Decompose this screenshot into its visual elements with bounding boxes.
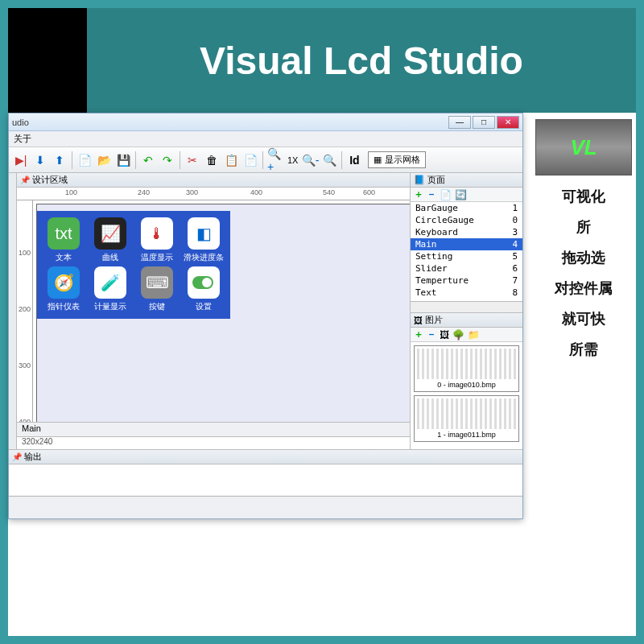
grid-icon: ▦ bbox=[374, 155, 382, 165]
images-icon: 🖼 bbox=[414, 316, 423, 325]
image-tool2-icon[interactable]: 🌳 bbox=[452, 329, 464, 341]
image-thumbnails[interactable]: 0 - image010.bmp1 - image011.bmp bbox=[411, 342, 522, 449]
promo-text: 所 bbox=[531, 217, 636, 237]
toolbar-new-icon[interactable]: 📄 bbox=[76, 151, 93, 169]
promo-sidebar: VL 可视化 所 拖动选 对控件属 就可快 所需 bbox=[531, 119, 636, 370]
images-panel-title: 图片 bbox=[425, 314, 443, 326]
toolbar-zoom-fit-icon[interactable]: 🔍 bbox=[320, 151, 338, 169]
toolbar-save-icon[interactable]: 💾 bbox=[114, 151, 132, 169]
canvas-viewport[interactable]: 100 200 300 400 txt文本📈曲线🌡温度显示◧滑块进度条🧭指针仪表… bbox=[17, 200, 410, 422]
canvas-tab[interactable]: Main bbox=[17, 422, 410, 436]
window-minimize-button[interactable]: — bbox=[448, 116, 471, 129]
image-add-button[interactable]: ＋ bbox=[414, 328, 423, 341]
top-left-black-box bbox=[8, 8, 87, 113]
window-bottom-scrollbar[interactable] bbox=[9, 496, 522, 518]
page-add-button[interactable]: ＋ bbox=[414, 188, 423, 201]
toolbar-id-icon[interactable]: Id bbox=[345, 151, 363, 169]
banner-title: Visual Lcd Studio bbox=[200, 39, 523, 83]
promo-text: 就可快 bbox=[531, 309, 636, 328]
image-tool3-icon[interactable]: 📁 bbox=[468, 329, 480, 341]
canvas-app-icon[interactable]: 🌡温度显示 bbox=[135, 217, 179, 263]
design-panel-header: 📌 设计区域 bbox=[17, 173, 410, 188]
page-list-row[interactable]: Text8 bbox=[411, 287, 522, 299]
page-list-row[interactable]: Keyboard3 bbox=[411, 226, 522, 238]
toolbar-undo-icon[interactable]: ↶ bbox=[139, 151, 157, 169]
page-refresh-icon[interactable]: 🔄 bbox=[455, 189, 467, 200]
page-list-row[interactable]: Slider6 bbox=[411, 262, 522, 275]
promo-logo: VL bbox=[535, 119, 632, 175]
toolbar-zoom-in-icon[interactable]: 🔍+ bbox=[266, 151, 284, 169]
pages-scrollbar[interactable] bbox=[411, 301, 522, 312]
left-toolbox-strip[interactable] bbox=[9, 173, 17, 449]
output-panel-header: 📌 输出 bbox=[9, 450, 522, 464]
app-window: udio — □ ✕ 关于 ▶| ⬇ ⬆ 📄 📂 💾 ↶ ↷ ✂ 🗑 📋 📄 🔍… bbox=[8, 113, 523, 519]
pin-icon[interactable]: 📌 bbox=[20, 175, 30, 184]
design-panel-title: 设计区域 bbox=[32, 174, 68, 186]
canvas-app-icon[interactable]: txt文本 bbox=[42, 217, 85, 263]
promo-text: 对控件属 bbox=[531, 279, 636, 298]
toolbar-redo-icon[interactable]: ↷ bbox=[159, 151, 176, 169]
page-list-row[interactable]: BarGauge1 bbox=[411, 202, 522, 214]
canvas-app-icon[interactable]: 🧪计量显示 bbox=[89, 266, 132, 312]
images-panel-header: 🖼 图片 bbox=[411, 313, 522, 328]
page-delete-button[interactable]: － bbox=[427, 188, 436, 201]
canvas-app-menu: txt文本📈曲线🌡温度显示◧滑块进度条🧭指针仪表🧪计量显示⌨按键设置 bbox=[37, 211, 230, 319]
toolbar-paste-icon[interactable]: 📄 bbox=[242, 151, 259, 169]
window-close-button[interactable]: ✕ bbox=[497, 116, 519, 129]
menu-about[interactable]: 关于 bbox=[14, 134, 31, 143]
page-list-row[interactable]: Main4 bbox=[411, 238, 522, 250]
pin-icon[interactable]: 📌 bbox=[12, 452, 22, 461]
toolbar-grid-toggle[interactable]: ▦ 显示网格 bbox=[368, 151, 426, 168]
design-canvas[interactable]: txt文本📈曲线🌡温度显示◧滑块进度条🧭指针仪表🧪计量显示⌨按键设置 bbox=[36, 204, 410, 422]
page-list-row[interactable]: CircleGauge0 bbox=[411, 214, 522, 226]
pages-panel-title: 页面 bbox=[427, 174, 445, 186]
pages-panel-header: 📘 页面 bbox=[411, 173, 522, 188]
page-list-row[interactable]: Setting5 bbox=[411, 250, 522, 262]
canvas-app-icon[interactable]: ◧滑块进度条 bbox=[182, 217, 225, 263]
page-list-row[interactable]: Temperture7 bbox=[411, 275, 522, 287]
toolbar-import-icon[interactable]: ▶| bbox=[12, 151, 30, 169]
image-thumbnail[interactable]: 1 - image011.bmp bbox=[414, 395, 519, 442]
pages-list[interactable]: BarGauge1CircleGauge0Keyboard3Main4Setti… bbox=[411, 202, 522, 301]
toolbar-upload-icon[interactable]: ⬆ bbox=[51, 151, 68, 169]
canvas-status: 320x240 bbox=[17, 436, 410, 449]
window-maximize-button[interactable]: □ bbox=[473, 116, 495, 129]
image-thumbnail[interactable]: 0 - image010.bmp bbox=[414, 345, 519, 392]
canvas-app-icon[interactable]: 📈曲线 bbox=[89, 217, 132, 263]
promo-text: 拖动选 bbox=[531, 248, 636, 267]
window-title: udio bbox=[12, 118, 29, 127]
promo-text: 可视化 bbox=[531, 187, 636, 206]
canvas-app-icon[interactable]: 🧭指针仪表 bbox=[42, 266, 85, 312]
output-panel-title: 输出 bbox=[24, 451, 42, 463]
image-tool1-icon[interactable]: 🖼 bbox=[440, 329, 449, 341]
toolbar-copy-icon[interactable]: 📋 bbox=[222, 151, 240, 169]
toolbar-delete-icon[interactable]: 🗑 bbox=[203, 151, 221, 169]
toolbar-zoom-level: 1X bbox=[286, 155, 299, 165]
ruler-horizontal: 100 240 300 400 540 600 bbox=[17, 188, 410, 200]
canvas-app-icon[interactable]: ⌨按键 bbox=[135, 266, 179, 312]
main-toolbar: ▶| ⬇ ⬆ 📄 📂 💾 ↶ ↷ ✂ 🗑 📋 📄 🔍+ 1X 🔍- 🔍 Id ▦… bbox=[9, 147, 522, 173]
pages-icon: 📘 bbox=[414, 175, 425, 185]
toolbar-zoom-out-icon[interactable]: 🔍- bbox=[301, 151, 319, 169]
canvas-app-icon[interactable]: 设置 bbox=[182, 266, 225, 312]
menubar: 关于 bbox=[9, 131, 522, 147]
toolbar-open-icon[interactable]: 📂 bbox=[95, 151, 113, 169]
output-body bbox=[9, 464, 522, 495]
page-tool-icon[interactable]: 📄 bbox=[440, 189, 452, 200]
toolbar-download-icon[interactable]: ⬇ bbox=[31, 151, 49, 169]
ruler-vertical: 100 200 300 400 bbox=[17, 200, 33, 422]
promo-text: 所需 bbox=[531, 340, 636, 359]
window-titlebar[interactable]: udio — □ ✕ bbox=[9, 114, 522, 131]
image-delete-button[interactable]: － bbox=[427, 328, 436, 341]
toolbar-cut-icon[interactable]: ✂ bbox=[184, 151, 201, 169]
banner: Visual Lcd Studio bbox=[87, 8, 636, 113]
